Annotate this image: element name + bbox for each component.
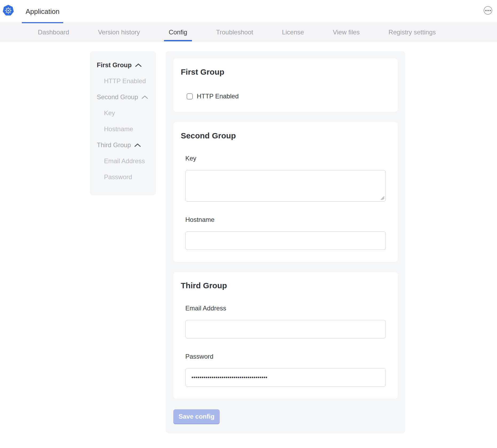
group-title: Third Group xyxy=(181,281,386,290)
tab-version-history[interactable]: Version history xyxy=(98,23,140,41)
field-password: Password xyxy=(185,353,386,387)
config-group-card-third-group: Third GroupEmail AddressPassword xyxy=(173,272,398,399)
tab-dashboard[interactable]: Dashboard xyxy=(38,23,69,41)
sidebar-item-first-group[interactable]: First Group xyxy=(90,57,156,73)
hostname-input[interactable] xyxy=(185,231,386,250)
sidebar-item-second-group[interactable]: Second Group xyxy=(90,89,156,105)
config-group-card-second-group: Second GroupKeyHostname xyxy=(173,122,398,262)
sidebar-item-label: Second Group xyxy=(97,93,138,101)
field-label: Email Address xyxy=(185,305,386,311)
ellipsis-dot xyxy=(487,10,489,11)
tab-view-files[interactable]: View files xyxy=(333,23,360,41)
group-title: First Group xyxy=(181,67,386,77)
http-enabled-checkbox[interactable] xyxy=(187,93,193,99)
ellipsis-dot xyxy=(485,10,487,11)
config-groups: First GroupHTTP EnabledSecond GroupKeyHo… xyxy=(173,58,398,399)
ellipsis-menu-button[interactable] xyxy=(484,6,492,15)
sidebar-item-label: Third Group xyxy=(97,141,131,149)
chevron-up-icon xyxy=(141,95,148,99)
kubernetes-logo-icon xyxy=(3,5,14,17)
field-label: Hostname xyxy=(185,217,386,223)
config-outline-sidebar: First GroupHTTP EnabledSecond GroupKeyHo… xyxy=(90,51,156,195)
sidebar-item-label: HTTP Enabled xyxy=(104,77,146,85)
tab-troubleshoot[interactable]: Troubleshoot xyxy=(216,23,253,41)
sidebar-item-hostname[interactable]: Hostname xyxy=(90,121,156,137)
field-key: Key xyxy=(185,155,386,202)
field-label: Key xyxy=(185,155,386,162)
admin-console-page: Application DashboardVersion historyConf… xyxy=(0,0,497,448)
field-http-enabled: HTTP Enabled xyxy=(185,93,386,100)
textarea-wrap xyxy=(185,170,386,202)
chevron-up-icon xyxy=(135,63,142,67)
sidebar-item-label: Email Address xyxy=(104,157,145,165)
sidebar-item-http-enabled[interactable]: HTTP Enabled xyxy=(90,73,156,89)
app-header: Application xyxy=(0,0,497,23)
app-nav-tabs: DashboardVersion historyConfigTroublesho… xyxy=(0,23,497,41)
tab-license[interactable]: License xyxy=(282,23,304,41)
field-label: Password xyxy=(185,353,386,360)
config-group-card-first-group: First GroupHTTP Enabled xyxy=(173,58,398,112)
sidebar-item-label: Key xyxy=(104,109,115,117)
email-address-input[interactable] xyxy=(185,320,386,338)
app-tab-label: Application xyxy=(26,7,59,16)
chevron-up-icon xyxy=(134,143,141,147)
save-config-button[interactable]: Save config xyxy=(173,409,220,423)
tab-config[interactable]: Config xyxy=(169,23,187,41)
password-input[interactable] xyxy=(185,368,386,387)
key-textarea[interactable] xyxy=(185,170,386,202)
app-tab-application[interactable]: Application xyxy=(22,0,63,23)
group-title: Second Group xyxy=(181,131,386,140)
sidebar-item-label: Password xyxy=(104,173,132,181)
field-hostname: Hostname xyxy=(185,217,386,250)
sidebar-item-email-address[interactable]: Email Address xyxy=(90,153,156,169)
field-email-address: Email Address xyxy=(185,305,386,338)
config-main-panel: First GroupHTTP EnabledSecond GroupKeyHo… xyxy=(166,51,405,433)
config-content: First GroupHTTP EnabledSecond GroupKeyHo… xyxy=(0,42,497,448)
tab-registry-settings[interactable]: Registry settings xyxy=(388,23,436,41)
sidebar-item-label: Hostname xyxy=(104,125,133,133)
sidebar-item-label: First Group xyxy=(97,61,132,69)
checkbox-label: HTTP Enabled xyxy=(197,93,239,100)
sidebar-item-third-group[interactable]: Third Group xyxy=(90,137,156,153)
ellipsis-dot xyxy=(490,10,491,11)
sidebar-item-password[interactable]: Password xyxy=(90,169,156,185)
sidebar-item-key[interactable]: Key xyxy=(90,105,156,121)
